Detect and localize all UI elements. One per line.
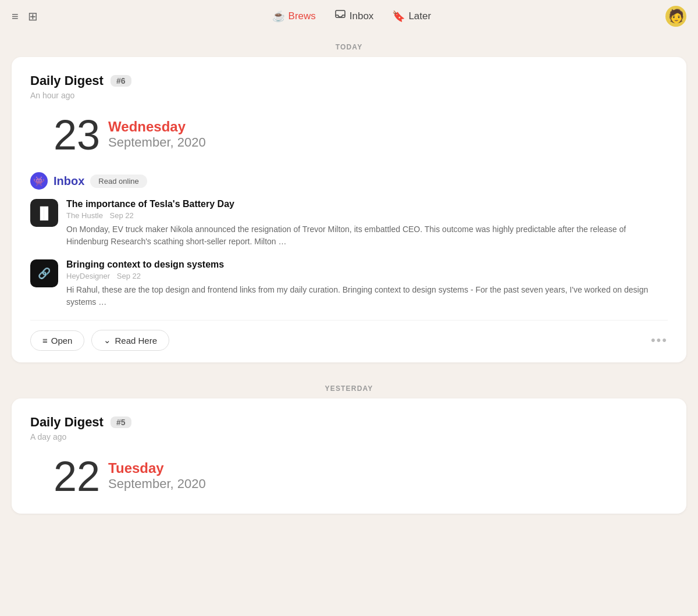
date-month-year: September, 2020 — [108, 135, 206, 150]
date-5-info: Tuesday September, 2020 — [108, 455, 206, 492]
card-header: Daily Digest #6 — [30, 73, 668, 88]
open-icon: ≡ — [42, 336, 48, 346]
article-title-tesla[interactable]: The importance of Tesla's Battery Day — [66, 199, 668, 209]
article-date-tesla: Sep 22 — [110, 211, 134, 220]
article-content-tesla: The importance of Tesla's Battery Day Th… — [66, 199, 668, 248]
inbox-section: 👾 Inbox Read online ▐▌ The importance of… — [30, 172, 668, 308]
date-number: 23 — [54, 114, 100, 156]
article-item-design: 🔗 Bringing context to design systems Hey… — [30, 259, 668, 308]
date-info: Wednesday September, 2020 — [108, 114, 206, 150]
inbox-label: Inbox — [350, 10, 374, 22]
grid-view-button[interactable]: ⊞ — [28, 9, 38, 23]
article-content-design: Bringing context to design systems HeyDe… — [66, 259, 668, 308]
article-date-design: Sep 22 — [117, 272, 141, 280]
card-badge: #6 — [111, 75, 131, 87]
digest-6-card: Daily Digest #6 An hour ago 23 Wednesday… — [12, 57, 686, 362]
navbar-right: 🧑 — [665, 6, 686, 27]
more-options-button[interactable]: ••• — [651, 334, 668, 347]
card-5-title: Daily Digest — [30, 415, 104, 430]
article-thumb-tesla: ▐▌ — [30, 199, 58, 227]
open-label: Open — [51, 336, 73, 346]
nav-later[interactable]: 🔖 Later — [392, 10, 431, 23]
inbox-header: 👾 Inbox Read online — [30, 172, 668, 190]
inbox-icon — [334, 9, 346, 24]
article-source-tesla: The Hustle — [66, 211, 103, 220]
list-icon: ≡ — [12, 10, 19, 23]
card-time: An hour ago — [30, 91, 668, 100]
date-day: Wednesday — [108, 119, 206, 135]
brews-icon: ☕ — [272, 10, 285, 23]
navbar: ≡ ⊞ ☕ Brews Inbox 🔖 Later 🧑 — [0, 0, 698, 33]
article-meta-tesla: The Hustle Sep 22 — [66, 211, 668, 220]
inbox-section-icon: 👾 — [30, 172, 48, 190]
read-here-label: Read Here — [115, 336, 157, 346]
avatar-image: 🧑 — [668, 10, 684, 23]
card-5-badge: #5 — [111, 416, 131, 428]
article-source-design: HeyDesigner — [66, 272, 110, 280]
card-5-header: Daily Digest #5 — [30, 415, 668, 430]
later-label: Later — [408, 10, 431, 22]
read-online-button[interactable]: Read online — [90, 175, 147, 188]
nav-inbox[interactable]: Inbox — [334, 9, 374, 24]
brews-label: Brews — [289, 10, 316, 22]
card-title: Daily Digest — [30, 73, 104, 88]
later-icon: 🔖 — [392, 10, 405, 23]
date-5-number: 22 — [54, 455, 100, 497]
list-view-button[interactable]: ≡ — [12, 10, 19, 23]
article-excerpt-design: Hi Rahul, these are the top design and f… — [66, 284, 668, 308]
nav-brews[interactable]: ☕ Brews — [272, 10, 316, 23]
date-5-day: Tuesday — [108, 460, 206, 476]
ellipsis-icon: ••• — [651, 333, 668, 347]
navbar-center: ☕ Brews Inbox 🔖 Later — [272, 9, 432, 24]
article-title-design[interactable]: Bringing context to design systems — [66, 259, 668, 270]
user-avatar[interactable]: 🧑 — [665, 6, 686, 27]
card-footer: ≡ Open ⌄ Read Here ••• — [30, 320, 668, 362]
navbar-left: ≡ ⊞ — [12, 9, 38, 23]
article-excerpt-tesla: On Monday, EV truck maker Nikola announc… — [66, 223, 668, 248]
open-button[interactable]: ≡ Open — [30, 330, 84, 351]
today-section-label: TODAY — [0, 33, 698, 57]
read-here-button[interactable]: ⌄ Read Here — [91, 330, 169, 351]
article-thumb-design: 🔗 — [30, 259, 58, 287]
article-meta-design: HeyDesigner Sep 22 — [66, 272, 668, 280]
inbox-section-label: Inbox — [54, 175, 84, 188]
date-5-month-year: September, 2020 — [108, 476, 206, 492]
chevron-down-icon: ⌄ — [104, 335, 111, 346]
card-5-time: A day ago — [30, 432, 668, 441]
date-5-display: 22 Tuesday September, 2020 — [30, 455, 668, 497]
article-item: ▐▌ The importance of Tesla's Battery Day… — [30, 199, 668, 248]
date-display: 23 Wednesday September, 2020 — [30, 114, 668, 156]
digest-5-card: Daily Digest #5 A day ago 22 Tuesday Sep… — [12, 398, 686, 514]
grid-icon: ⊞ — [28, 9, 38, 23]
yesterday-section-label: YESTERDAY — [0, 374, 698, 398]
